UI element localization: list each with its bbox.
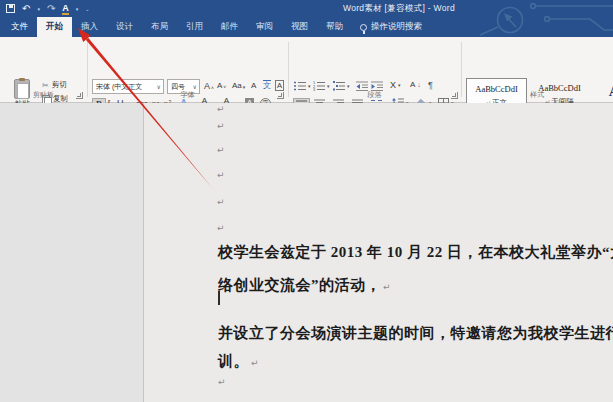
undo-icon[interactable]: ↶ [22,1,30,16]
word-window: ↶ ▾ ↷ A ▾ ⌄ Word素材 [兼容模式] - Word 文件 开始 插… [0,0,613,402]
quick-access-toolbar: ↶ ▾ ↷ A ▾ ⌄ [6,1,90,16]
tab-design[interactable]: 设计 [107,17,142,37]
document-area[interactable]: ↵ ↵ ↵ ↵ ↵ ↵ 校学生会兹定于 2013 年 10 月 22 日，在本校… [0,103,613,402]
phonetic-guide-button[interactable]: 文 [263,80,271,90]
clipboard-dialog-launcher-icon[interactable] [76,92,83,99]
font-name-dropdown-icon[interactable]: ∨ [157,83,161,90]
text-run: 校学生会兹定于 2013 年 10 月 22 日，在本校大礼堂举办“大学生网 [218,244,613,260]
document-text-line: 校学生会兹定于 2013 年 10 月 22 日，在本校大礼堂举办“大学生网 [218,243,613,262]
sort-button[interactable]: A↓ [410,80,421,89]
title-bar: ↶ ▾ ↷ A ▾ ⌄ Word素材 [兼容模式] - Word [0,0,613,17]
redo-icon[interactable]: ↷ [47,1,55,16]
clear-formatting-icon: A [251,81,256,90]
change-case-icon: Aa [232,81,242,90]
document-text-line: 络创业交流会”的活动，↵ [218,276,391,295]
change-case-button[interactable]: Aa▾ [232,81,245,90]
paragraph-mark: ↵ [251,358,259,368]
font-size-dropdown-icon[interactable]: ∨ [193,83,197,90]
tab-references[interactable]: 引用 [177,17,212,37]
ink-dropdown-icon[interactable]: ▾ [76,6,79,12]
lightbulb-icon [360,24,367,31]
paragraph-mark: ↵ [217,197,225,207]
tab-review[interactable]: 审阅 [247,17,282,37]
text-run: 络创业交流会”的活动， [218,277,381,293]
cut-button[interactable]: ✂ 剪切 [42,80,67,90]
tab-view[interactable]: 视图 [282,17,317,37]
asian-layout-icon: X [390,80,396,90]
tell-me-search[interactable]: 操作说明搜索 [360,17,422,37]
window-title: Word素材 [兼容模式] - Word [343,3,455,15]
tab-insert[interactable]: 插入 [72,17,107,37]
tab-layout[interactable]: 布局 [142,17,177,37]
paragraph-mark: ↵ [218,377,226,387]
paragraph-dialog-launcher-icon[interactable] [451,92,458,99]
paragraph-mark: ↵ [383,282,391,292]
paragraph-mark: ↵ [217,170,225,180]
paragraph-mark: ↵ [217,121,225,131]
group-separator [87,42,88,97]
cut-label: 剪切 [52,80,67,90]
clipboard-group-label: 剪贴板 [0,90,87,100]
undo-dropdown-icon[interactable]: ▾ [37,6,40,12]
text-run: 并设立了分会场演讲主题的时间，特邀请您为我校学生进行指导和培 [218,325,613,341]
document-text-line: 训。↵ [218,352,259,371]
ribbon: 粘贴 ▾ ✂ 剪切 复制 格式刷 剪贴板 宋体 (中文正文 ∨ 四号 ∨ A˄ [0,37,613,103]
styles-group-label: 样式 [461,90,613,100]
paragraph-group-label: 段落 [288,90,461,100]
text-cursor [218,291,220,305]
customize-qat-icon[interactable]: ⌄ [85,6,89,12]
tab-help[interactable]: 帮助 [317,17,352,37]
paragraph-mark: ↵ [217,145,225,155]
save-icon[interactable] [6,4,15,13]
sort-arrow-icon: ↓ [417,81,421,88]
show-hide-marks-button[interactable]: ¶ [428,80,433,90]
text-run: 训。 [218,353,249,369]
sort-icon: A [410,80,415,89]
paragraph-mark: ↵ [217,104,225,114]
tab-home[interactable]: 开始 [37,17,72,37]
ink-annotate-icon[interactable]: A [62,3,69,15]
font-dialog-launcher-icon[interactable] [277,92,284,99]
font-group-label: 字体 [87,90,288,100]
shrink-font-button[interactable]: A˅ [217,81,226,90]
document-text-line: 并设立了分会场演讲主题的时间，特邀请您为我校学生进行指导和培 [218,324,613,343]
phonetic-guide-icon: 文 [263,80,271,90]
scissors-icon: ✂ [42,81,49,90]
pilcrow-icon: ¶ [428,80,433,90]
tab-file[interactable]: 文件 [0,17,37,37]
ribbon-tab-bar: 文件 开始 插入 设计 布局 引用 邮件 审阅 视图 帮助 操作说明搜索 [0,17,613,37]
paragraph-mark: ↵ [217,223,225,233]
tell-me-label: 操作说明搜索 [371,21,422,33]
tab-mailings[interactable]: 邮件 [212,17,247,37]
asian-layout-button[interactable]: X▾ [390,80,401,90]
shrink-font-icon: A [217,81,222,90]
